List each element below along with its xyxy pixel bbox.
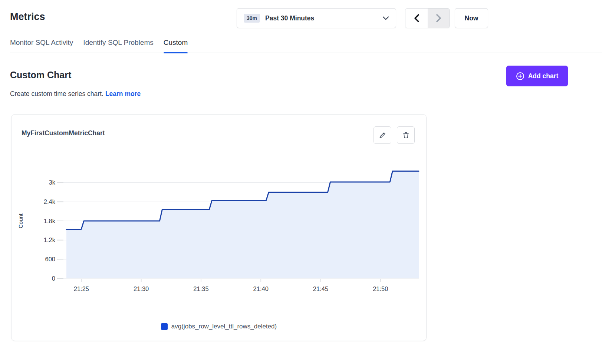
trash-icon xyxy=(402,131,410,139)
edit-chart-button[interactable] xyxy=(374,126,391,144)
page-title: Metrics xyxy=(10,11,45,23)
chart-card-actions xyxy=(374,126,415,144)
tab-identify-sql-problems[interactable]: Identify SQL Problems xyxy=(83,39,153,53)
delete-chart-button[interactable] xyxy=(397,126,415,144)
metrics-page: Metrics 30m Past 30 Minutes Now Monitor … xyxy=(0,0,612,364)
section-description-text: Create custom time series chart. xyxy=(10,90,103,97)
learn-more-link[interactable]: Learn more xyxy=(105,90,141,97)
y-tick-label: 3k xyxy=(49,179,56,186)
pencil-icon xyxy=(379,131,386,139)
chart-title: MyFirstCustomMetricChart xyxy=(22,129,105,137)
chevron-down-icon xyxy=(382,16,389,20)
chevron-right-icon xyxy=(436,14,442,23)
y-tick-label: 0 xyxy=(52,275,55,282)
card-divider xyxy=(22,315,417,315)
series-area xyxy=(66,171,419,278)
timeseries-chart: 06001.2k1.8k2.4k3k21:2521:3021:3521:4021… xyxy=(11,158,427,299)
x-tick-label: 21:40 xyxy=(253,285,269,292)
chart-legend: avg(jobs_row_level_ttl_rows_deleted) xyxy=(11,323,426,330)
y-tick-label: 600 xyxy=(45,256,55,262)
time-range-label: Past 30 Minutes xyxy=(265,14,382,22)
chevron-left-icon xyxy=(414,14,419,23)
time-nav-group xyxy=(405,8,450,28)
y-axis-title: Count xyxy=(17,213,24,228)
chart-card: MyFirstCustomMetricChart 06001.2k1.8k2.4… xyxy=(11,114,427,341)
y-tick-label: 1.8k xyxy=(44,218,56,224)
legend-label: avg(jobs_row_level_ttl_rows_deleted) xyxy=(171,323,277,330)
add-chart-button[interactable]: Add chart xyxy=(506,66,568,86)
x-tick-label: 21:30 xyxy=(134,285,149,292)
tabs: Monitor SQL ActivityIdentify SQL Problem… xyxy=(10,39,602,53)
add-chart-label: Add chart xyxy=(528,72,559,80)
tab-monitor-sql-activity[interactable]: Monitor SQL Activity xyxy=(10,39,73,53)
x-tick-label: 21:35 xyxy=(193,285,208,292)
plus-circle-icon xyxy=(516,72,524,80)
x-tick-label: 21:45 xyxy=(313,285,328,292)
time-prev-button[interactable] xyxy=(405,9,428,28)
time-range-dropdown[interactable]: 30m Past 30 Minutes xyxy=(237,8,396,28)
tab-custom[interactable]: Custom xyxy=(164,39,188,53)
legend-swatch xyxy=(161,323,168,330)
now-button[interactable]: Now xyxy=(455,8,488,28)
x-tick-label: 21:25 xyxy=(74,285,89,292)
y-tick-label: 2.4k xyxy=(44,198,56,205)
time-range-badge: 30m xyxy=(244,14,260,23)
section-description: Create custom time series chart.Learn mo… xyxy=(10,90,141,98)
section-title: Custom Chart xyxy=(10,70,71,80)
time-next-button[interactable] xyxy=(428,9,450,28)
y-tick-label: 1.2k xyxy=(44,236,56,243)
x-tick-label: 21:50 xyxy=(373,285,388,292)
